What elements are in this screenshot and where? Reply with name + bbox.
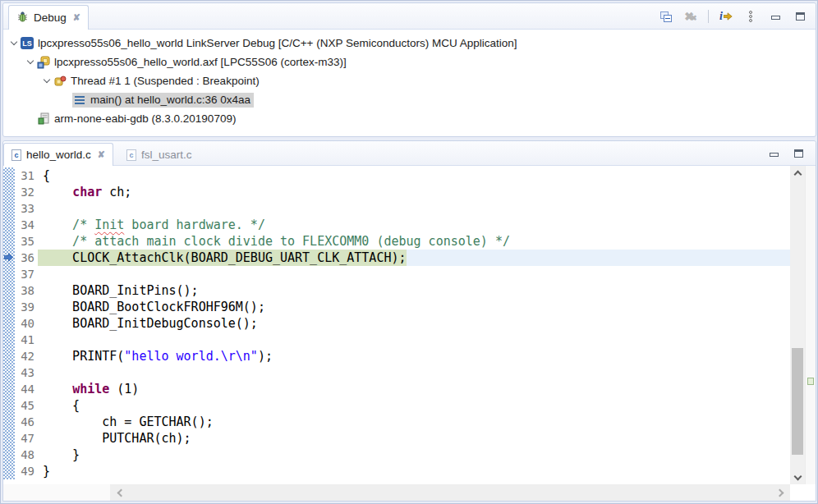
line-number[interactable]: 40 — [15, 315, 38, 332]
line-number[interactable]: 43 — [15, 364, 38, 381]
debug-tree-row[interactable]: LSlpcxpresso55s06_hello_world LinkServer… — [3, 34, 816, 53]
line-number[interactable]: 36 — [15, 250, 38, 266]
line-number[interactable]: 31 — [15, 167, 38, 184]
breakpoint-gutter[interactable] — [3, 315, 15, 332]
line-number[interactable]: 48 — [15, 447, 38, 463]
chevron-down-icon[interactable] — [25, 61, 36, 63]
breakpoint-gutter[interactable] — [3, 233, 15, 250]
breakpoint-gutter[interactable] — [3, 430, 15, 447]
breakpoint-gutter[interactable] — [3, 414, 15, 430]
code-text[interactable]: BOARD_BootClockFROHF96M(); — [38, 299, 265, 315]
line-number[interactable]: 35 — [15, 233, 38, 250]
code-line[interactable]: 37 — [3, 266, 790, 282]
code-line[interactable]: 32 char ch; — [3, 184, 790, 200]
breakpoint-gutter[interactable] — [3, 282, 15, 299]
code-line[interactable]: 34 /* Init board hardware. */ — [3, 217, 790, 233]
code-line[interactable]: 47 PUTCHAR(ch); — [3, 430, 790, 447]
code-line[interactable]: 42 PRINTF("hello world.\r\n"); — [3, 348, 790, 364]
tree-item[interactable]: LSlpcxpresso55s06_hello_world LinkServer… — [20, 36, 521, 51]
breakpoint-gutter[interactable] — [3, 200, 15, 217]
minimize-editor-button[interactable] — [766, 146, 781, 161]
maximize-view-button[interactable] — [793, 9, 807, 24]
code-text[interactable]: while (1) — [38, 381, 139, 397]
tree-item[interactable]: lpcxpresso55s06_hello_world.axf [LPC55S0… — [36, 55, 350, 70]
breakpoint-gutter[interactable] — [3, 332, 15, 348]
code-text[interactable]: } — [38, 463, 50, 479]
code-line[interactable]: 45 { — [3, 397, 790, 414]
line-number[interactable]: 49 — [15, 463, 38, 479]
vertical-scrollbar-thumb[interactable] — [792, 348, 803, 455]
chevron-down-icon[interactable] — [8, 42, 20, 44]
breakpoint-gutter[interactable] — [3, 381, 15, 397]
code-text[interactable]: CLOCK_AttachClk(BOARD_DEBUG_UART_CLK_ATT… — [38, 250, 407, 266]
scroll-down-arrow-icon[interactable] — [790, 471, 805, 484]
collapse-all-button[interactable] — [659, 9, 673, 24]
code-text[interactable]: { — [38, 167, 50, 184]
editor-tab-close-icon[interactable]: ✘ — [98, 149, 105, 160]
code-text[interactable]: { — [38, 397, 80, 414]
code-line[interactable]: 43 — [3, 364, 790, 381]
breakpoint-gutter[interactable] — [3, 463, 15, 479]
code-text[interactable]: PRINTF("hello world.\r\n"); — [38, 348, 273, 364]
code-text[interactable]: } — [38, 447, 80, 463]
tree-item-selected[interactable]: main() at hello_world.c:36 0x4aa — [72, 93, 254, 108]
scroll-up-arrow-icon[interactable] — [790, 166, 805, 179]
line-number[interactable]: 34 — [15, 217, 38, 233]
code-text[interactable]: PUTCHAR(ch); — [38, 430, 191, 447]
scroll-left-arrow-icon[interactable] — [112, 484, 126, 501]
line-number[interactable]: 38 — [15, 282, 38, 299]
code-text[interactable]: /* Init board hardware. */ — [38, 217, 265, 233]
line-number[interactable]: 44 — [15, 381, 38, 397]
vertical-scrollbar[interactable] — [790, 166, 805, 484]
breakpoint-gutter[interactable] — [3, 250, 15, 266]
line-number[interactable]: 41 — [15, 332, 38, 348]
code-line[interactable]: 48 } — [3, 447, 790, 463]
breakpoint-gutter[interactable] — [3, 266, 15, 282]
editor-tab-fsl-usart[interactable]: c fsl_usart.c — [118, 143, 200, 166]
code-text[interactable]: /* attach main clock divide to FLEXCOMM0… — [38, 233, 510, 250]
code-line[interactable]: 33 — [3, 200, 790, 217]
breakpoint-gutter[interactable] — [3, 299, 15, 315]
debug-view-tab[interactable]: Debug ✘ — [8, 5, 89, 30]
editor-tab-hello-world[interactable]: c hello_world.c ✘ — [3, 143, 113, 166]
code-line[interactable]: 49} — [3, 463, 790, 479]
line-number[interactable]: 33 — [15, 200, 38, 217]
code-text[interactable]: ch = GETCHAR(); — [38, 414, 214, 430]
line-number[interactable]: 42 — [15, 348, 38, 364]
breakpoint-gutter[interactable] — [3, 167, 15, 184]
code-line[interactable]: 40 BOARD_InitDebugConsole(); — [3, 315, 790, 332]
line-number[interactable]: 32 — [15, 184, 38, 200]
breakpoint-gutter[interactable] — [3, 364, 15, 381]
code-text[interactable]: BOARD_InitDebugConsole(); — [38, 315, 258, 332]
debug-tree-row[interactable]: lpcxpresso55s06_hello_world.axf [LPC55S0… — [3, 53, 816, 71]
breakpoint-gutter[interactable] — [3, 447, 15, 463]
debug-view-close-icon[interactable]: ✘ — [73, 12, 80, 23]
breakpoint-gutter[interactable] — [3, 184, 15, 200]
instruction-stepping-button[interactable]: i — [719, 9, 733, 24]
debug-tree-row[interactable]: arm-none-eabi-gdb (8.3.0.20190709) — [3, 109, 816, 128]
minimize-view-button[interactable] — [768, 9, 783, 24]
line-number[interactable]: 45 — [15, 397, 38, 414]
line-number[interactable]: 46 — [15, 414, 38, 430]
debug-tree-row[interactable]: Thread #1 1 (Suspended : Breakpoint) — [3, 71, 816, 90]
code-line[interactable]: 41 — [3, 332, 790, 348]
scroll-right-arrow-icon[interactable] — [774, 484, 788, 501]
overview-annotation-marker[interactable] — [807, 378, 814, 385]
line-number[interactable]: 37 — [15, 266, 38, 282]
breakpoint-gutter[interactable] — [3, 397, 15, 414]
code-line[interactable]: 31{ — [3, 167, 790, 184]
code-text[interactable]: char ch; — [38, 184, 131, 200]
code-editor[interactable]: 31{32 char ch;3334 /* Init board hardwar… — [3, 166, 790, 484]
code-line[interactable]: 35 /* attach main clock divide to FLEXCO… — [3, 233, 790, 250]
code-line[interactable]: 36 CLOCK_AttachClk(BOARD_DEBUG_UART_CLK_… — [3, 250, 790, 266]
chevron-down-icon[interactable] — [41, 80, 53, 82]
maximize-editor-button[interactable] — [791, 146, 806, 161]
tree-item[interactable]: Thread #1 1 (Suspended : Breakpoint) — [53, 74, 263, 89]
debug-tree-row[interactable]: main() at hello_world.c:36 0x4aa — [3, 90, 816, 109]
code-line[interactable]: 38 BOARD_InitPins(); — [3, 282, 790, 299]
horizontal-scrollbar[interactable] — [110, 484, 790, 501]
remove-all-terminated-button[interactable]: ✖✖ — [683, 9, 698, 24]
code-line[interactable]: 39 BOARD_BootClockFROHF96M(); — [3, 299, 790, 315]
line-number[interactable]: 39 — [15, 299, 38, 315]
breakpoint-gutter[interactable] — [3, 348, 15, 364]
